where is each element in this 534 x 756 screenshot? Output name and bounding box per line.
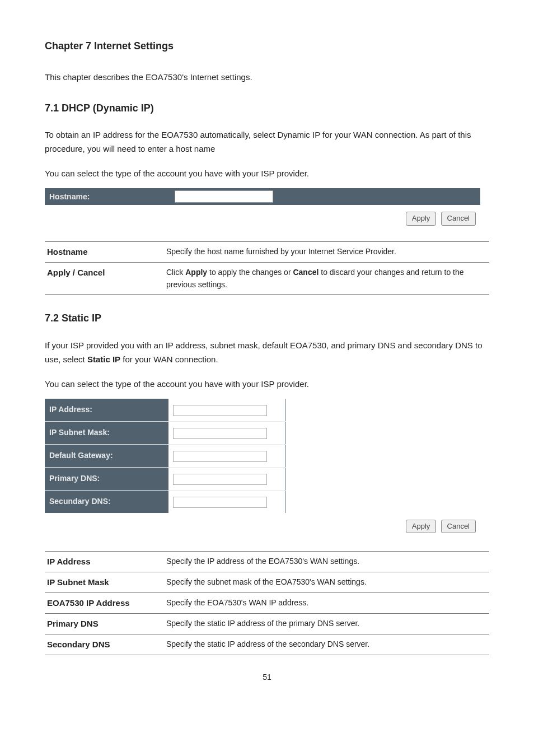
form-label: IP Subnet Mask:	[45, 422, 168, 445]
def-term: Apply / Cancel	[45, 262, 164, 295]
form-row-default-gateway: Default Gateway:	[45, 445, 285, 468]
intro-paragraph: This chapter describes the EOA7530's Int…	[45, 70, 489, 85]
button-row-1: Apply Cancel	[45, 212, 476, 225]
ip-address-input[interactable]	[173, 405, 267, 416]
default-gateway-input[interactable]	[173, 451, 267, 462]
primary-dns-input[interactable]	[173, 474, 267, 485]
form-row-primary-dns: Primary DNS:	[45, 468, 285, 491]
form-label: Default Gateway:	[45, 445, 168, 468]
def-desc: Specify the IP address of the EOA7530's …	[164, 552, 489, 572]
def-desc: Specify the static IP address of the sec…	[164, 634, 489, 655]
form-row-subnet-mask: IP Subnet Mask:	[45, 422, 285, 445]
isp-provider-line-1: You can select the type of the account y…	[45, 166, 489, 181]
def-desc: Click Apply to apply the changes or Canc…	[164, 262, 489, 295]
def-row-hostname: Hostname Specify the host name furnished…	[45, 241, 489, 262]
secondary-dns-input[interactable]	[173, 497, 267, 508]
section-7-2-paragraph: If your ISP provided you with an IP addr…	[45, 338, 489, 367]
def-term: EOA7530 IP Address	[45, 593, 164, 614]
subnet-mask-input[interactable]	[173, 428, 267, 439]
def-desc: Specify the host name furnished by your …	[164, 241, 489, 262]
form-label: Primary DNS:	[45, 468, 168, 491]
button-row-2: Apply Cancel	[45, 520, 476, 533]
definitions-table-2: IP Address Specify the IP address of the…	[45, 551, 489, 655]
apply-button[interactable]: Apply	[406, 520, 437, 533]
def-term: IP Subnet Mask	[45, 572, 164, 593]
form-label: Secundary DNS:	[45, 491, 168, 514]
def-row-apply-cancel: Apply / Cancel Click Apply to apply the …	[45, 262, 489, 295]
section-7-2-title: 7.2 Static IP	[45, 311, 489, 325]
hostname-label: Hostname:	[49, 192, 175, 203]
definitions-table-1: Hostname Specify the host name furnished…	[45, 241, 489, 295]
def-desc: Specify the static IP address of the pri…	[164, 614, 489, 634]
form-row-ip-address: IP Address:	[45, 399, 285, 422]
form-row-secondary-dns: Secundary DNS:	[45, 491, 285, 514]
cancel-button[interactable]: Cancel	[441, 520, 476, 533]
hostname-input[interactable]	[175, 190, 273, 203]
chapter-title: Chapter 7 Internet Settings	[45, 39, 489, 53]
hostname-row: Hostname:	[45, 188, 480, 205]
isp-provider-line-2: You can select the type of the account y…	[45, 377, 489, 391]
section-7-1-paragraph: To obtain an IP address for the EOA7530 …	[45, 128, 489, 156]
def-row: EOA7530 IP Address Specify the EOA7530's…	[45, 593, 489, 614]
def-desc: Specify the subnet mask of the EOA7530's…	[164, 572, 489, 593]
def-row: Primary DNS Specify the static IP addres…	[45, 614, 489, 634]
form-label: IP Address:	[45, 399, 168, 422]
def-row: Secondary DNS Specify the static IP addr…	[45, 634, 489, 655]
def-term: IP Address	[45, 552, 164, 572]
cancel-button[interactable]: Cancel	[441, 212, 476, 225]
def-row: IP Subnet Mask Specify the subnet mask o…	[45, 572, 489, 593]
apply-button[interactable]: Apply	[406, 212, 437, 225]
def-desc: Specify the EOA7530's WAN IP address.	[164, 593, 489, 614]
def-row: IP Address Specify the IP address of the…	[45, 552, 489, 572]
def-term: Primary DNS	[45, 614, 164, 634]
static-ip-form: IP Address: IP Subnet Mask: Default Gate…	[45, 399, 285, 513]
def-term: Secondary DNS	[45, 634, 164, 655]
def-term: Hostname	[45, 241, 164, 262]
section-7-1-title: 7.1 DHCP (Dynamic IP)	[45, 101, 489, 115]
page-number: 51	[45, 672, 489, 683]
